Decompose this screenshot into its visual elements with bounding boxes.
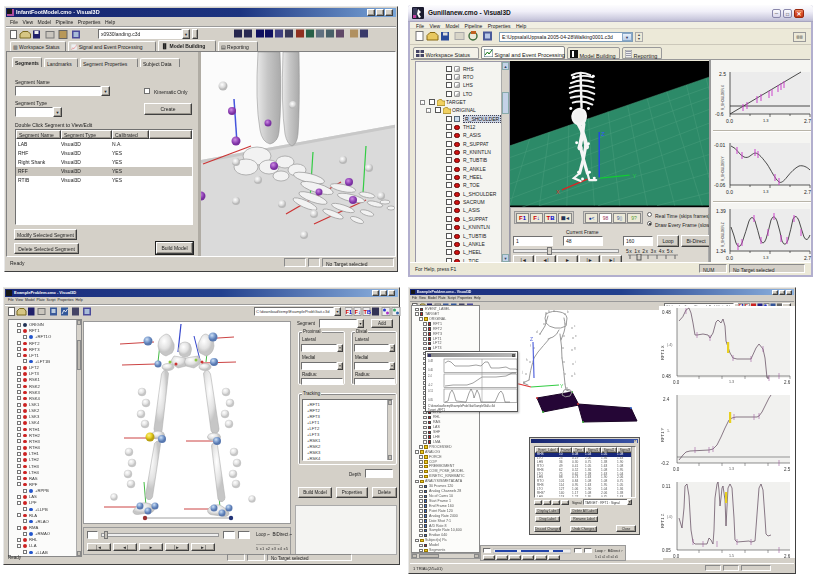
svg-text:0.11: 0.11: [662, 484, 671, 489]
svg-text:-0.06: -0.06: [714, 182, 726, 188]
svg-text:h: h: [526, 358, 528, 362]
svg-text:i: i: [575, 360, 576, 364]
svg-text:0.0: 0.0: [673, 380, 680, 385]
svg-text:Y: Y: [633, 173, 637, 179]
svg-text:2.5: 2.5: [719, 71, 726, 77]
svg-text:2.7: 2.7: [804, 255, 811, 261]
svg-text:0.48: 0.48: [662, 310, 671, 315]
svg-text:0.40: 0.40: [428, 368, 434, 372]
svg-text:0.05: 0.05: [428, 398, 434, 402]
svg-text:X: X: [556, 189, 560, 195]
svg-text:c: c: [574, 324, 576, 328]
svg-text:0.0: 0.0: [726, 189, 733, 195]
svg-text:RFT1 X: RFT1 X: [660, 345, 665, 360]
svg-text:0.0: 0.0: [726, 255, 733, 261]
svg-text:0.0: 0.0: [726, 118, 733, 124]
svg-text:1.39: 1.39: [716, 208, 726, 214]
svg-text:-0.6: -0.6: [715, 111, 724, 117]
svg-text:1.3: 1.3: [763, 118, 769, 123]
svg-text:0.0: 0.0: [673, 467, 680, 472]
svg-text:R_SHOULDER X: R_SHOULDER X: [721, 84, 725, 110]
svg-text:1.3: 1.3: [729, 380, 734, 384]
svg-text:R_SHOULDER Y: R_SHOULDER Y: [721, 155, 725, 181]
svg-text:0.0: 0.0: [673, 554, 680, 558]
svg-text:1.5: 1.5: [729, 554, 734, 558]
svg-text:(.4): (.4): [667, 343, 672, 347]
svg-text:e: e: [575, 334, 577, 338]
svg-text:2.6: 2.6: [784, 380, 791, 385]
svg-text:RFT1 Z: RFT1 Z: [660, 513, 665, 528]
svg-text:0.48: 0.48: [662, 374, 671, 379]
svg-text:2.4: 2.4: [428, 374, 432, 378]
svg-text:2.7: 2.7: [804, 189, 811, 195]
svg-text:g: g: [574, 346, 576, 350]
svg-text:F1: F1: [346, 309, 352, 315]
svg-text:k: k: [574, 372, 576, 376]
svg-text:0.05: 0.05: [662, 548, 671, 553]
svg-text:2.5: 2.5: [784, 467, 791, 472]
svg-text:-0.2: -0.2: [661, 461, 669, 466]
svg-text:1.3: 1.3: [763, 255, 769, 260]
svg-text:1.3: 1.3: [763, 189, 769, 194]
svg-text:R_SHOULDER Z: R_SHOULDER Z: [721, 222, 725, 247]
svg-text:1.3: 1.3: [729, 467, 734, 471]
svg-text:F↓: F↓: [355, 309, 361, 315]
svg-text:-0.2: -0.2: [428, 383, 433, 387]
svg-text:f: f: [530, 344, 531, 348]
svg-text:d: d: [536, 330, 538, 334]
svg-text:1.: 1.: [667, 429, 670, 433]
svg-text:(.0): (.0): [667, 515, 672, 519]
svg-text:RFT1 Y: RFT1 Y: [660, 427, 665, 442]
svg-text:1.34: 1.34: [716, 248, 726, 254]
svg-text:0.11: 0.11: [428, 389, 433, 393]
svg-text:-0.01: -0.01: [714, 142, 726, 148]
svg-text:Z: Z: [601, 131, 605, 137]
svg-text:2.7: 2.7: [804, 118, 811, 124]
svg-text:2.6: 2.6: [784, 554, 791, 558]
svg-text:0.48: 0.48: [428, 359, 434, 363]
svg-text:b: b: [567, 310, 569, 314]
svg-text:Y: Y: [560, 383, 564, 389]
svg-text:2.4: 2.4: [663, 397, 670, 402]
svg-text:Z: Z: [530, 336, 533, 342]
svg-text:j: j: [521, 370, 523, 374]
svg-text:TB: TB: [364, 309, 371, 315]
